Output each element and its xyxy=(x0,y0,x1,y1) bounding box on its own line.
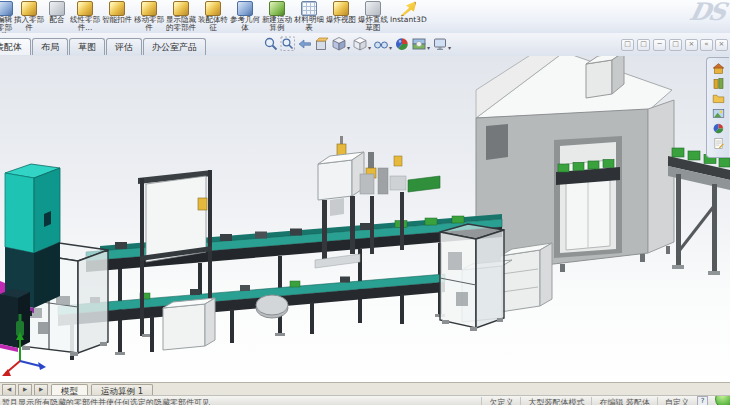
zoom-to-area-icon[interactable] xyxy=(280,36,296,52)
explode-line-sketch-icon xyxy=(365,1,381,16)
insert-components-button[interactable]: 插入零部件 ▾ xyxy=(13,0,45,33)
folder-icon xyxy=(712,92,725,105)
show-hidden-icon xyxy=(173,1,189,16)
tab-layout[interactable]: 布局 xyxy=(32,38,68,55)
appearance-ball-icon xyxy=(712,122,725,135)
exploded-view-icon xyxy=(333,1,349,16)
rotary-table[interactable] xyxy=(256,295,288,318)
section-view-icon[interactable] xyxy=(314,36,330,52)
chevron-down-icon[interactable]: ▾ xyxy=(368,44,371,51)
home-icon xyxy=(712,62,725,75)
zoom-to-fit-icon[interactable] xyxy=(263,36,279,52)
status-editing-assembly: 在编辑 装配体 xyxy=(591,397,657,405)
solidworks-resources-tab[interactable] xyxy=(709,61,727,75)
status-large-assembly-mode: 大型装配体模式 xyxy=(520,397,591,405)
main-enclosure[interactable] xyxy=(476,56,674,281)
reference-geometry-button[interactable]: 参考几何体 ▾ xyxy=(229,0,261,33)
status-message: 暂且显示所有隐藏的零部件并使任何选定的隐藏零部件可见 xyxy=(2,397,210,405)
status-cells: 欠定义 大型装配体模式 在编辑 装配体 自定义 xyxy=(481,397,696,405)
doc-restore-button[interactable]: □ xyxy=(669,39,682,51)
status-bar: 暂且显示所有隐藏的零部件并使任何选定的隐藏零部件可见 欠定义 大型装配体模式 在… xyxy=(0,395,730,405)
display-style-icon[interactable] xyxy=(352,36,368,52)
notification-ball-icon xyxy=(715,395,730,405)
mate-icon xyxy=(49,1,65,16)
dassault-systemes-logo: DS xyxy=(687,0,727,26)
control-cabinet[interactable] xyxy=(0,289,30,352)
tab-sketch[interactable]: 草图 xyxy=(69,38,105,55)
doc-close-button[interactable]: × xyxy=(685,39,698,51)
design-library-tab[interactable] xyxy=(709,76,727,90)
assembly-features-button[interactable]: 装配体特征 ▾ xyxy=(197,0,229,33)
tab-assembly[interactable]: 装配体 xyxy=(0,38,31,55)
solidworks-window: 编辑零部件 插入零部件 ▾ 配合 线性零部件... ▾ 智能扣件 移动零部件 ▾… xyxy=(0,0,730,405)
console-table[interactable] xyxy=(163,298,215,350)
chevron-down-icon[interactable]: ▾ xyxy=(389,44,392,51)
linear-pattern-icon xyxy=(77,1,93,16)
picture-icon xyxy=(712,107,725,120)
model-tab-bar: ◀ ▶ ▶ 模型 运动算例 1 xyxy=(0,382,730,396)
bom-icon xyxy=(301,1,317,16)
document-icon xyxy=(712,137,725,150)
show-hidden-components-button[interactable]: 显示隐藏的零部件 xyxy=(165,0,197,33)
chevron-down-icon[interactable]: ▾ xyxy=(347,44,350,51)
motion-study-icon xyxy=(269,1,285,16)
move-component-button[interactable]: 移动零部件 ▾ xyxy=(133,0,165,33)
books-icon xyxy=(712,77,725,90)
mate-button[interactable]: 配合 xyxy=(45,0,69,33)
bill-of-materials-button[interactable]: 材料明细表 xyxy=(293,0,325,33)
heads-up-view-toolbar: ▾ ▾ ▾ xyxy=(263,36,452,52)
task-pane-close-icon[interactable]: × xyxy=(715,39,728,51)
graphics-viewport[interactable] xyxy=(0,56,730,384)
chevron-down-icon[interactable]: ▾ xyxy=(448,44,451,51)
ribbon-tab-row: 装配体 布局 草图 评估 办公室产品 xyxy=(0,33,730,57)
return-conveyor[interactable] xyxy=(58,274,445,360)
status-custom[interactable]: 自定义 xyxy=(657,397,696,405)
smart-fasteners-button[interactable]: 智能扣件 xyxy=(101,0,133,33)
guard-cage-right[interactable] xyxy=(440,224,504,331)
insert-component-icon xyxy=(21,1,37,16)
ribbon-tabs: 装配体 布局 草图 评估 办公室产品 xyxy=(0,38,207,55)
view-palette-tab[interactable] xyxy=(709,106,727,120)
exploded-view-button[interactable]: 爆炸视图 xyxy=(325,0,357,33)
doc-minimize-button[interactable]: ─ xyxy=(653,39,666,51)
hide-show-items-icon[interactable] xyxy=(373,36,389,52)
view-orientation-icon[interactable] xyxy=(331,36,347,52)
custom-properties-tab[interactable] xyxy=(709,136,727,150)
appearances-scenes-tab[interactable] xyxy=(709,121,727,135)
task-pane-strip xyxy=(706,57,729,158)
apply-scene-icon[interactable] xyxy=(411,36,427,52)
reference-geometry-icon xyxy=(237,1,253,16)
edit-appearance-icon[interactable] xyxy=(394,36,410,52)
previous-view-icon[interactable] xyxy=(297,36,313,52)
move-component-icon xyxy=(141,1,157,16)
status-under-defined: 欠定义 xyxy=(481,397,520,405)
smart-fasteners-icon xyxy=(109,1,125,16)
outfeed-conveyor[interactable] xyxy=(668,148,730,275)
task-pane-header-controls: « × xyxy=(700,39,728,51)
tab-office-products[interactable]: 办公室产品 xyxy=(143,38,206,55)
explode-line-sketch-button[interactable]: 爆炸直线草图 xyxy=(357,0,389,33)
doc-tile-button[interactable]: □ xyxy=(637,39,650,51)
assembly-model[interactable] xyxy=(0,56,730,384)
tab-evaluate[interactable]: 评估 xyxy=(106,38,142,55)
linear-component-pattern-button[interactable]: 线性零部件... ▾ xyxy=(69,0,101,33)
instant3d-button[interactable]: Instant3D xyxy=(389,0,428,33)
edit-component-icon xyxy=(0,1,13,16)
document-window-controls: □ □ ─ □ × xyxy=(621,39,698,51)
instant3d-icon xyxy=(400,1,416,16)
chevron-down-icon[interactable]: ▾ xyxy=(427,44,430,51)
view-settings-icon[interactable] xyxy=(432,36,448,52)
task-pane-expand-icon[interactable]: « xyxy=(700,39,713,51)
help-icon[interactable]: ? xyxy=(697,396,708,405)
doc-cascade-button[interactable]: □ xyxy=(621,39,634,51)
edit-component-button[interactable]: 编辑零部件 xyxy=(0,0,13,33)
new-motion-study-button[interactable]: 新建运动算例 xyxy=(261,0,293,33)
command-manager: 编辑零部件 插入零部件 ▾ 配合 线性零部件... ▾ 智能扣件 移动零部件 ▾… xyxy=(0,0,730,34)
assembly-features-icon xyxy=(205,1,221,16)
file-explorer-tab[interactable] xyxy=(709,91,727,105)
